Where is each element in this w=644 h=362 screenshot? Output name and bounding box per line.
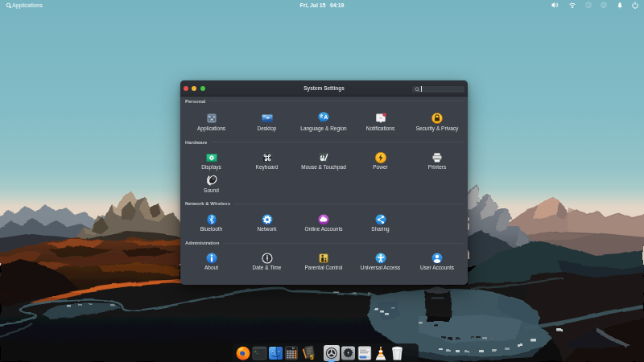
svg-text:5: 5 bbox=[310, 353, 314, 361]
svg-text:>_: >_ bbox=[254, 350, 259, 354]
svg-text:A: A bbox=[324, 114, 328, 120]
svg-text:88: 88 bbox=[292, 348, 295, 350]
